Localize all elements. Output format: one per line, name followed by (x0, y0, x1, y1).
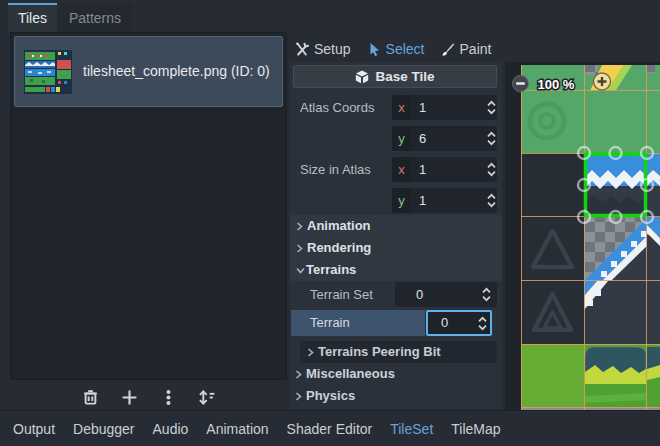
axis-x-badge: x (392, 95, 411, 120)
tile-inspector: Base Tile Atlas Coords x 1 y 6 Size in A… (290, 62, 502, 410)
bottom-tab-output[interactable]: Output (13, 421, 55, 437)
size-in-atlas-label: Size in Atlas (300, 157, 371, 182)
tab-tiles[interactable]: Tiles (8, 3, 57, 32)
section-rendering[interactable]: Rendering (290, 237, 502, 259)
select-mode-button[interactable]: Select (367, 41, 425, 57)
source-list-toolbar (10, 384, 287, 410)
paint-mode-button[interactable]: Paint (441, 41, 492, 57)
axis-y-badge: y (392, 188, 411, 213)
size-in-atlas-y-input[interactable]: 1 (411, 188, 497, 213)
updown-icon[interactable] (477, 315, 488, 332)
bottom-tab-audio[interactable]: Audio (153, 421, 189, 437)
tile-source-item[interactable]: tilesheet_complete.png (ID: 0) (14, 36, 283, 107)
menu-icon[interactable] (156, 386, 180, 408)
zoom-in-button[interactable] (594, 73, 611, 90)
sort-icon[interactable] (195, 386, 219, 408)
axis-y-badge: y (392, 126, 411, 151)
section-animation[interactable]: Animation (290, 215, 502, 237)
updown-icon[interactable] (486, 99, 497, 116)
setup-mode-label: Setup (314, 41, 351, 57)
atlas-coords-x-row: Atlas Coords x 1 (290, 95, 502, 120)
bottom-tab-tileset[interactable]: TileSet (390, 421, 433, 437)
tile-source-item-label: tilesheet_complete.png (ID: 0) (83, 37, 270, 106)
chevron-down-icon (296, 267, 305, 274)
updown-icon[interactable] (486, 161, 497, 178)
atlas-coords-label: Atlas Coords (300, 95, 374, 120)
tilesheet-thumbnail (24, 50, 72, 94)
section-terrains-peering-bit-label: Terrains Peering Bit (318, 341, 441, 363)
updown-icon[interactable] (481, 286, 492, 303)
selected-tile[interactable] (584, 153, 647, 217)
bottom-tab-debugger[interactable]: Debugger (73, 421, 135, 437)
bottom-panel-bar: Output Debugger Audio Animation Shader E… (0, 410, 660, 446)
section-miscellaneous[interactable]: Miscellaneous (290, 363, 502, 385)
zoom-percentage: 100 % (538, 77, 575, 92)
section-terrains-label: Terrains (306, 259, 356, 281)
zoom-out-button[interactable] (513, 76, 529, 92)
size-in-atlas-x-row: Size in Atlas x 1 (290, 157, 502, 182)
bottom-tab-shader-editor[interactable]: Shader Editor (287, 421, 373, 437)
terrain-row-highlight: Terrain (291, 310, 425, 336)
tileset-mode-toolbar: Setup Select Paint (295, 38, 491, 60)
add-icon[interactable] (117, 386, 141, 408)
updown-icon[interactable] (486, 130, 497, 147)
chevron-right-icon (295, 370, 302, 379)
tab-patterns[interactable]: Patterns (57, 3, 133, 32)
atlas-coords-y-input[interactable]: 6 (411, 126, 497, 151)
atlas-margin (505, 62, 521, 410)
bottom-tab-animation[interactable]: Animation (206, 421, 268, 437)
paintbrush-icon (441, 42, 455, 57)
tools-icon (295, 42, 309, 57)
zoom-out-icon (516, 82, 525, 84)
terrain-label: Terrain (310, 310, 350, 336)
tile-grass-rings[interactable] (521, 90, 660, 153)
chevron-right-icon (295, 392, 302, 401)
cursor-icon (367, 42, 381, 57)
atlas-coords-x-input[interactable]: 1 (411, 95, 497, 120)
tile-source-list: tilesheet_complete.png (ID: 0) (10, 32, 287, 380)
tile-row-stairs[interactable] (521, 217, 660, 281)
atlas-view[interactable]: 100 % (505, 62, 660, 410)
section-physics[interactable]: Physics (290, 385, 502, 407)
tile-row-grass[interactable] (521, 344, 660, 407)
select-mode-label: Select (386, 41, 425, 57)
section-terrains[interactable]: Terrains (290, 259, 502, 281)
size-in-atlas-x-input[interactable]: 1 (411, 157, 497, 182)
box-icon (355, 70, 369, 84)
chevron-right-icon (296, 222, 303, 231)
setup-mode-button[interactable]: Setup (295, 41, 351, 57)
section-terrains-peering-bit[interactable]: Terrains Peering Bit (300, 341, 497, 363)
axis-x-badge: x (392, 157, 411, 182)
section-animation-label: Animation (307, 215, 371, 237)
size-in-atlas-y-row: y 1 (290, 188, 502, 213)
atlas-coords-y-row: y 6 (290, 126, 502, 151)
delete-icon[interactable] (78, 386, 102, 408)
section-physics-label: Physics (306, 385, 355, 407)
terrain-set-label: Terrain Set (310, 282, 373, 307)
updown-icon[interactable] (486, 192, 497, 209)
chevron-right-icon (296, 244, 303, 253)
tile-row-stairs-end[interactable] (521, 281, 660, 344)
base-tile-header: Base Tile (293, 65, 497, 88)
base-tile-title: Base Tile (375, 69, 434, 84)
bottom-tab-tilemap[interactable]: TileMap (451, 421, 500, 437)
paint-mode-label: Paint (460, 41, 492, 57)
section-miscellaneous-label: Miscellaneous (306, 363, 395, 385)
section-rendering-label: Rendering (307, 237, 371, 259)
chevron-right-icon (307, 348, 314, 357)
